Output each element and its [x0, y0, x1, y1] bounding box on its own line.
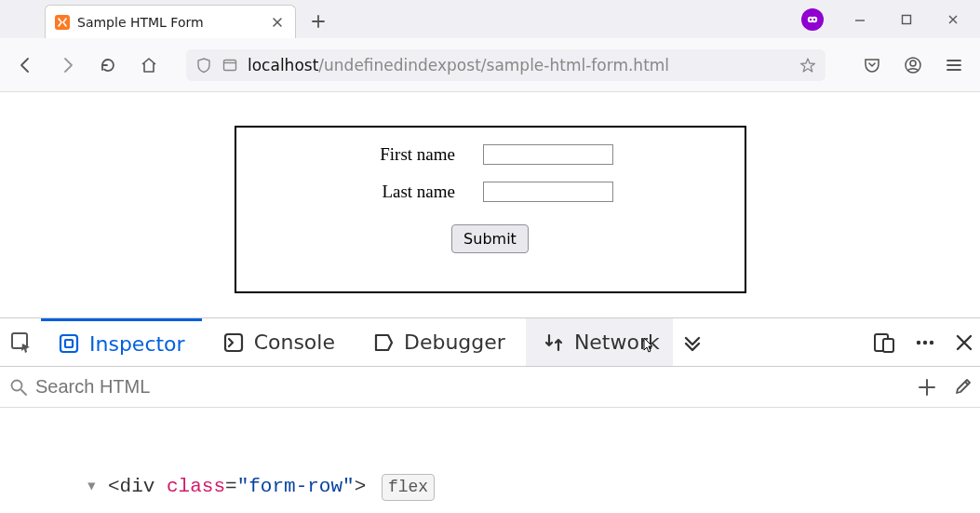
- tab-close-icon[interactable]: [269, 14, 286, 31]
- devtools-tabs-overflow-icon[interactable]: [677, 327, 708, 358]
- site-info-icon[interactable]: [222, 57, 238, 74]
- first-name-label: First name: [367, 144, 455, 165]
- svg-point-18: [12, 380, 22, 390]
- bookmark-star-icon[interactable]: [799, 57, 816, 74]
- last-name-input[interactable]: [483, 182, 613, 202]
- svg-point-3: [810, 18, 812, 20]
- devtools-search-input[interactable]: [34, 375, 971, 398]
- extension-icon[interactable]: [801, 8, 824, 31]
- eyedropper-icon[interactable]: [952, 377, 973, 398]
- tab-inspector-label: Inspector: [89, 332, 185, 356]
- cursor-icon: [643, 337, 656, 354]
- devtools-tabs: Inspector Console Debugger Network: [0, 318, 980, 367]
- close-icon[interactable]: [943, 9, 963, 30]
- last-name-label: Last name: [367, 182, 455, 202]
- devtools-panel: Inspector Console Debugger Network: [0, 317, 980, 513]
- svg-rect-11: [65, 340, 73, 347]
- svg-rect-5: [903, 15, 911, 23]
- first-name-input[interactable]: [483, 144, 613, 165]
- home-button[interactable]: [136, 52, 162, 78]
- browser-tab[interactable]: Sample HTML Form: [45, 5, 296, 38]
- back-button[interactable]: [13, 52, 39, 78]
- minimize-icon[interactable]: [850, 9, 870, 30]
- devtools-search-bar: [0, 367, 980, 408]
- form-row-first-name: First name: [264, 144, 717, 165]
- tab-title: Sample HTML Form: [77, 15, 262, 30]
- tab-debugger[interactable]: Debugger: [356, 318, 522, 366]
- sample-form: First name Last name Submit: [235, 126, 746, 293]
- shield-icon[interactable]: [195, 57, 212, 74]
- svg-point-17: [930, 340, 933, 344]
- address-bar[interactable]: localhost/undefinedindexpost/sample-html…: [186, 49, 826, 81]
- tab-console[interactable]: Console: [206, 318, 352, 366]
- tab-console-label: Console: [254, 331, 335, 354]
- inspector-icon: [58, 332, 80, 355]
- account-icon[interactable]: [900, 52, 926, 78]
- forward-button[interactable]: [54, 52, 80, 78]
- search-icon: [9, 378, 28, 397]
- tab-network[interactable]: Network: [526, 318, 673, 366]
- svg-point-8: [910, 61, 916, 66]
- tab-debugger-label: Debugger: [404, 331, 505, 354]
- page-content: First name Last name Submit: [0, 92, 980, 317]
- svg-point-4: [813, 18, 815, 20]
- app-menu-icon[interactable]: [941, 52, 967, 78]
- svg-point-15: [917, 340, 920, 344]
- devtools-markup-view[interactable]: ▾<div class="form-row"> flex <label id="…: [0, 408, 980, 513]
- twisty-icon[interactable]: ▾: [86, 472, 98, 502]
- flex-badge[interactable]: flex: [382, 474, 435, 501]
- responsive-mode-icon[interactable]: [872, 331, 896, 355]
- submit-button[interactable]: Submit: [451, 224, 529, 253]
- browser-toolbar: localhost/undefinedindexpost/sample-html…: [0, 38, 980, 92]
- add-element-icon[interactable]: [917, 377, 937, 398]
- svg-rect-6: [224, 60, 236, 70]
- svg-rect-10: [60, 335, 77, 352]
- window-controls: [801, 0, 980, 38]
- svg-rect-14: [883, 339, 893, 352]
- markup-line-div[interactable]: ▾<div class="form-row"> flex: [0, 472, 980, 502]
- devtools-menu-icon[interactable]: [913, 331, 937, 355]
- pocket-icon[interactable]: [859, 52, 885, 78]
- svg-point-16: [923, 340, 927, 344]
- tab-strip: Sample HTML Form: [0, 0, 980, 38]
- devtools-close-icon[interactable]: [954, 332, 974, 353]
- console-icon: [222, 331, 245, 354]
- reload-button[interactable]: [95, 52, 121, 78]
- tab-inspector[interactable]: Inspector: [41, 318, 202, 366]
- element-picker-icon[interactable]: [6, 327, 37, 358]
- new-tab-button[interactable]: [303, 7, 333, 36]
- form-row-last-name: Last name: [264, 182, 717, 202]
- url-text: localhost/undefinedindexpost/sample-html…: [248, 56, 790, 74]
- xampp-favicon-icon: [55, 15, 70, 30]
- network-icon: [543, 331, 565, 354]
- debugger-icon: [372, 331, 395, 354]
- maximize-icon[interactable]: [896, 9, 917, 30]
